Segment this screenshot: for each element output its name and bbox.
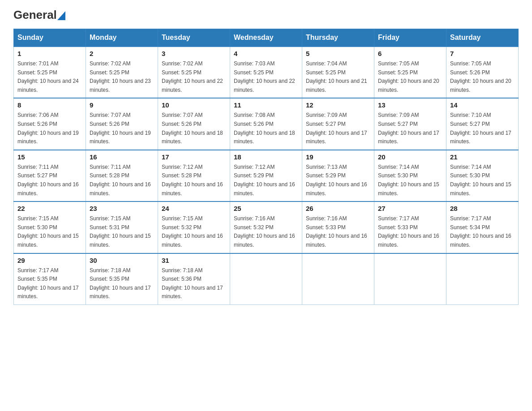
calendar-cell: 16 Sunrise: 7:11 AMSunset: 5:28 PMDaylig… — [86, 150, 158, 201]
calendar-cell — [230, 253, 302, 305]
weekday-header-row: SundayMondayTuesdayWednesdayThursdayFrid… — [14, 29, 519, 47]
day-info: Sunrise: 7:14 AMSunset: 5:30 PMDaylight:… — [378, 164, 439, 197]
day-number: 26 — [306, 205, 370, 212]
weekday-header-sunday: Sunday — [14, 29, 86, 47]
calendar-cell: 2 Sunrise: 7:02 AMSunset: 5:25 PMDayligh… — [86, 47, 158, 98]
calendar-cell: 12 Sunrise: 7:09 AMSunset: 5:27 PMDaylig… — [302, 98, 374, 150]
calendar-cell: 4 Sunrise: 7:03 AMSunset: 5:25 PMDayligh… — [230, 47, 302, 98]
weekday-header-thursday: Thursday — [302, 29, 374, 47]
day-number: 21 — [450, 153, 515, 161]
day-number: 3 — [162, 50, 226, 57]
calendar-cell: 8 Sunrise: 7:06 AMSunset: 5:26 PMDayligh… — [14, 98, 86, 150]
day-info: Sunrise: 7:04 AMSunset: 5:25 PMDaylight:… — [306, 60, 367, 93]
day-number: 5 — [306, 50, 370, 57]
weekday-header-wednesday: Wednesday — [230, 29, 302, 47]
calendar-table: SundayMondayTuesdayWednesdayThursdayFrid… — [13, 29, 519, 305]
day-info: Sunrise: 7:15 AMSunset: 5:32 PMDaylight:… — [162, 215, 223, 248]
day-number: 22 — [17, 205, 82, 212]
day-info: Sunrise: 7:17 AMSunset: 5:35 PMDaylight:… — [17, 267, 79, 300]
week-row-2: 8 Sunrise: 7:06 AMSunset: 5:26 PMDayligh… — [14, 98, 519, 150]
day-info: Sunrise: 7:02 AMSunset: 5:25 PMDaylight:… — [90, 60, 151, 93]
day-number: 31 — [162, 257, 226, 264]
day-info: Sunrise: 7:13 AMSunset: 5:29 PMDaylight:… — [306, 164, 367, 197]
day-info: Sunrise: 7:05 AMSunset: 5:26 PMDaylight:… — [450, 60, 511, 93]
day-info: Sunrise: 7:09 AMSunset: 5:27 PMDaylight:… — [306, 112, 367, 145]
day-number: 20 — [378, 153, 442, 161]
calendar-cell: 27 Sunrise: 7:17 AMSunset: 5:33 PMDaylig… — [374, 201, 446, 253]
day-info: Sunrise: 7:06 AMSunset: 5:26 PMDaylight:… — [17, 112, 79, 145]
calendar-cell: 7 Sunrise: 7:05 AMSunset: 5:26 PMDayligh… — [446, 47, 519, 98]
calendar-cell: 5 Sunrise: 7:04 AMSunset: 5:25 PMDayligh… — [302, 47, 374, 98]
weekday-header-monday: Monday — [86, 29, 158, 47]
day-info: Sunrise: 7:07 AMSunset: 5:26 PMDaylight:… — [90, 112, 151, 145]
day-info: Sunrise: 7:11 AMSunset: 5:27 PMDaylight:… — [17, 164, 79, 197]
weekday-header-friday: Friday — [374, 29, 446, 47]
day-number: 11 — [234, 101, 298, 109]
day-info: Sunrise: 7:02 AMSunset: 5:25 PMDaylight:… — [162, 60, 223, 93]
calendar-cell — [374, 253, 446, 305]
calendar-cell: 6 Sunrise: 7:05 AMSunset: 5:25 PMDayligh… — [374, 47, 446, 98]
calendar-cell — [302, 253, 374, 305]
day-info: Sunrise: 7:15 AMSunset: 5:31 PMDaylight:… — [90, 215, 151, 248]
calendar-cell: 21 Sunrise: 7:14 AMSunset: 5:30 PMDaylig… — [446, 150, 519, 201]
calendar-cell: 1 Sunrise: 7:01 AMSunset: 5:25 PMDayligh… — [14, 47, 86, 98]
day-info: Sunrise: 7:16 AMSunset: 5:33 PMDaylight:… — [306, 215, 367, 248]
calendar-cell: 20 Sunrise: 7:14 AMSunset: 5:30 PMDaylig… — [374, 150, 446, 201]
day-number: 24 — [162, 205, 226, 212]
day-info: Sunrise: 7:01 AMSunset: 5:25 PMDaylight:… — [17, 60, 79, 93]
day-number: 16 — [90, 153, 154, 161]
weekday-header-saturday: Saturday — [446, 29, 519, 47]
calendar-cell: 18 Sunrise: 7:12 AMSunset: 5:29 PMDaylig… — [230, 150, 302, 201]
day-info: Sunrise: 7:15 AMSunset: 5:30 PMDaylight:… — [17, 215, 79, 248]
day-info: Sunrise: 7:14 AMSunset: 5:30 PMDaylight:… — [450, 164, 511, 197]
calendar-cell: 13 Sunrise: 7:09 AMSunset: 5:27 PMDaylig… — [374, 98, 446, 150]
calendar-cell: 31 Sunrise: 7:18 AMSunset: 5:36 PMDaylig… — [158, 253, 230, 305]
day-info: Sunrise: 7:16 AMSunset: 5:32 PMDaylight:… — [234, 215, 295, 248]
day-info: Sunrise: 7:10 AMSunset: 5:27 PMDaylight:… — [450, 112, 511, 145]
calendar-cell: 17 Sunrise: 7:12 AMSunset: 5:28 PMDaylig… — [158, 150, 230, 201]
day-number: 25 — [234, 205, 298, 212]
day-info: Sunrise: 7:12 AMSunset: 5:29 PMDaylight:… — [234, 164, 295, 197]
calendar-cell: 26 Sunrise: 7:16 AMSunset: 5:33 PMDaylig… — [302, 201, 374, 253]
day-number: 2 — [90, 50, 154, 57]
day-number: 6 — [378, 50, 442, 57]
calendar-cell: 30 Sunrise: 7:18 AMSunset: 5:35 PMDaylig… — [86, 253, 158, 305]
day-info: Sunrise: 7:05 AMSunset: 5:25 PMDaylight:… — [378, 60, 439, 93]
calendar-cell: 11 Sunrise: 7:08 AMSunset: 5:26 PMDaylig… — [230, 98, 302, 150]
logo: General — [13, 9, 65, 21]
calendar-cell — [446, 253, 519, 305]
calendar-cell: 10 Sunrise: 7:07 AMSunset: 5:26 PMDaylig… — [158, 98, 230, 150]
weekday-header-tuesday: Tuesday — [158, 29, 230, 47]
day-number: 10 — [162, 101, 226, 109]
calendar-cell: 15 Sunrise: 7:11 AMSunset: 5:27 PMDaylig… — [14, 150, 86, 201]
svg-marker-0 — [57, 11, 65, 20]
week-row-4: 22 Sunrise: 7:15 AMSunset: 5:30 PMDaylig… — [14, 201, 519, 253]
day-number: 8 — [17, 101, 82, 109]
day-number: 1 — [17, 50, 82, 57]
day-number: 30 — [90, 257, 154, 264]
day-number: 13 — [378, 101, 442, 109]
calendar-cell: 28 Sunrise: 7:17 AMSunset: 5:34 PMDaylig… — [446, 201, 519, 253]
day-number: 15 — [17, 153, 82, 161]
logo-text: General — [13, 9, 65, 21]
calendar-cell: 14 Sunrise: 7:10 AMSunset: 5:27 PMDaylig… — [446, 98, 519, 150]
day-info: Sunrise: 7:18 AMSunset: 5:35 PMDaylight:… — [90, 267, 151, 300]
week-row-1: 1 Sunrise: 7:01 AMSunset: 5:25 PMDayligh… — [14, 47, 519, 98]
day-number: 23 — [90, 205, 154, 212]
day-number: 27 — [378, 205, 442, 212]
day-info: Sunrise: 7:18 AMSunset: 5:36 PMDaylight:… — [162, 267, 223, 300]
page-header: General — [13, 9, 519, 21]
day-number: 14 — [450, 101, 515, 109]
day-info: Sunrise: 7:12 AMSunset: 5:28 PMDaylight:… — [162, 164, 223, 197]
calendar-cell: 29 Sunrise: 7:17 AMSunset: 5:35 PMDaylig… — [14, 253, 86, 305]
calendar-cell: 22 Sunrise: 7:15 AMSunset: 5:30 PMDaylig… — [14, 201, 86, 253]
day-number: 19 — [306, 153, 370, 161]
calendar-cell: 9 Sunrise: 7:07 AMSunset: 5:26 PMDayligh… — [86, 98, 158, 150]
calendar-cell: 24 Sunrise: 7:15 AMSunset: 5:32 PMDaylig… — [158, 201, 230, 253]
calendar-cell: 19 Sunrise: 7:13 AMSunset: 5:29 PMDaylig… — [302, 150, 374, 201]
calendar-cell: 25 Sunrise: 7:16 AMSunset: 5:32 PMDaylig… — [230, 201, 302, 253]
calendar-cell: 3 Sunrise: 7:02 AMSunset: 5:25 PMDayligh… — [158, 47, 230, 98]
week-row-3: 15 Sunrise: 7:11 AMSunset: 5:27 PMDaylig… — [14, 150, 519, 201]
day-number: 7 — [450, 50, 515, 57]
day-number: 4 — [234, 50, 298, 57]
